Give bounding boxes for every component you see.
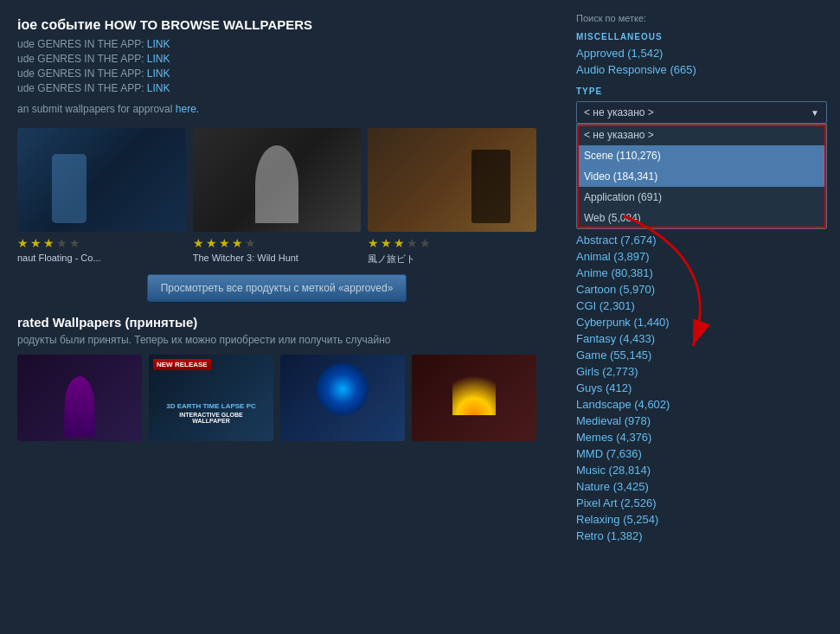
thumb-image-3 [368,128,536,232]
dropdown-option-web[interactable]: Web (5,084) [577,208,826,228]
stars-2: ★ ★ ★ ★ ★ [193,236,362,250]
rated-thumb-1[interactable] [17,355,142,441]
dropdown-option-application[interactable]: Application (691) [577,187,826,208]
page-title: ioe событие HOW TO BROWSE WALLPAPERS [17,17,536,33]
top-text-area: ioe событие HOW TO BROWSE WALLPAPERS ude… [17,17,536,115]
link-2[interactable]: LINK [147,53,170,65]
rated-subtitle: родукты были приняты. Теперь их можно пр… [17,334,536,346]
tag-girls[interactable]: Girls (2,773) [576,365,827,378]
tag-medieval[interactable]: Medieval (978) [576,414,827,427]
link-3[interactable]: LINK [147,67,170,80]
tag-approved[interactable]: Approved (1,542) [576,47,827,60]
new-release-badge: NEW RELEASE [153,359,211,370]
thumb-label-2: The Witcher 3: Wild Hunt [193,253,362,263]
tag-guys[interactable]: Guys (412) [576,381,827,394]
dropdown-arrow-icon: ▼ [811,108,819,118]
rated-thumb-3[interactable] [280,355,405,441]
thumb-item-1[interactable]: ★ ★ ★ ★ ★ naut Floating - Co... [17,128,186,266]
dropdown-option-scene[interactable]: Scene (110,276) [577,145,826,166]
dropdown-panel: < не указано > Scene (110,276) Video (18… [576,124,827,229]
genre-list: Abstract (7,674) Animal (3,897) Anime (8… [576,234,827,542]
rated-title: rated Wallpapers (принятые) [17,315,536,330]
dropdown-option-not-specified[interactable]: < не указано > [577,125,826,145]
tag-animal[interactable]: Animal (3,897) [576,250,827,263]
tag-mmd[interactable]: MMD (7,636) [576,447,827,460]
tag-fantasy[interactable]: Fantasy (4,433) [576,332,827,345]
thumb-item-3[interactable]: ★ ★ ★ ★ ★ 風ノ旅ビト [368,128,536,266]
earth-time-text: 3D EARTH TIME LAPSE PC INTERACTIVE GLOBE… [161,402,260,424]
stars-1: ★ ★ ★ ★ ★ [17,236,186,250]
type-dropdown[interactable]: < не указано > ▼ [576,101,827,124]
rated-thumb-2[interactable]: NEW RELEASE 3D EARTH TIME LAPSE PC INTER… [149,355,273,441]
link-line-3: ude GENRES IN THE APP: LINK [17,67,536,80]
thumb-label-1: naut Floating - Co... [17,253,186,263]
submit-line: an submit wallpapers for approval here. [17,103,536,115]
thumb-image-1 [17,128,186,232]
type-section: TYPE < не указано > ▼ < не указано > Sce… [576,86,827,229]
tag-nature[interactable]: Nature (3,425) [576,480,827,493]
link-line-4: ude GENRES IN THE APP: LINK [17,82,536,94]
tag-anime[interactable]: Anime (80,381) [576,266,827,279]
thumb-image-2 [193,128,362,232]
link-line-2: ude GENRES IN THE APP: LINK [17,53,536,65]
thumbnails-row: ★ ★ ★ ★ ★ naut Floating - Co... ★ ★ ★ ★ … [17,128,536,266]
here-link[interactable]: here. [176,103,199,115]
type-dropdown-container: < не указано > ▼ < не указано > Scene (1… [576,101,827,229]
view-all-button[interactable]: Просмотреть все продукты с меткой «appro… [147,274,407,302]
link-1[interactable]: LINK [147,38,170,50]
search-label: Поиск по метке: [576,13,827,23]
tag-cyberpunk[interactable]: Cyberpunk (1,440) [576,316,827,329]
tag-abstract[interactable]: Abstract (7,674) [576,234,827,247]
rated-thumbnails-row: NEW RELEASE 3D EARTH TIME LAPSE PC INTER… [17,355,536,441]
tag-pixel-art[interactable]: Pixel Art (2,526) [576,496,827,509]
tag-music[interactable]: Music (28,814) [576,464,827,477]
thumb-label-3: 風ノ旅ビト [368,253,536,266]
link-line-1: ude GENRES IN THE APP: LINK [17,38,536,50]
right-sidebar: Поиск по метке: MISCELLANEOUS Approved (… [563,0,840,634]
rated-thumb-4[interactable] [412,355,536,441]
rated-section: rated Wallpapers (принятые) родукты были… [17,315,536,441]
link-4[interactable]: LINK [147,82,170,94]
type-header: TYPE [576,86,827,96]
tag-memes[interactable]: Memes (4,376) [576,431,827,444]
tag-cartoon[interactable]: Cartoon (5,970) [576,283,827,296]
miscellaneous-header: MISCELLANEOUS [576,32,827,42]
tag-cgi[interactable]: CGI (2,301) [576,299,827,312]
stars-3: ★ ★ ★ ★ ★ [368,236,536,250]
tag-landscape[interactable]: Landscape (4,602) [576,398,827,411]
tag-retro[interactable]: Retro (1,382) [576,529,827,542]
main-content: ioe событие HOW TO BROWSE WALLPAPERS ude… [0,0,554,634]
tag-game[interactable]: Game (55,145) [576,349,827,362]
tag-relaxing[interactable]: Relaxing (5,254) [576,513,827,526]
dropdown-option-video[interactable]: Video (184,341) [577,166,826,187]
thumb-item-2[interactable]: ★ ★ ★ ★ ★ The Witcher 3: Wild Hunt [193,128,362,266]
tag-audio-responsive[interactable]: Audio Responsive (665) [576,63,827,76]
